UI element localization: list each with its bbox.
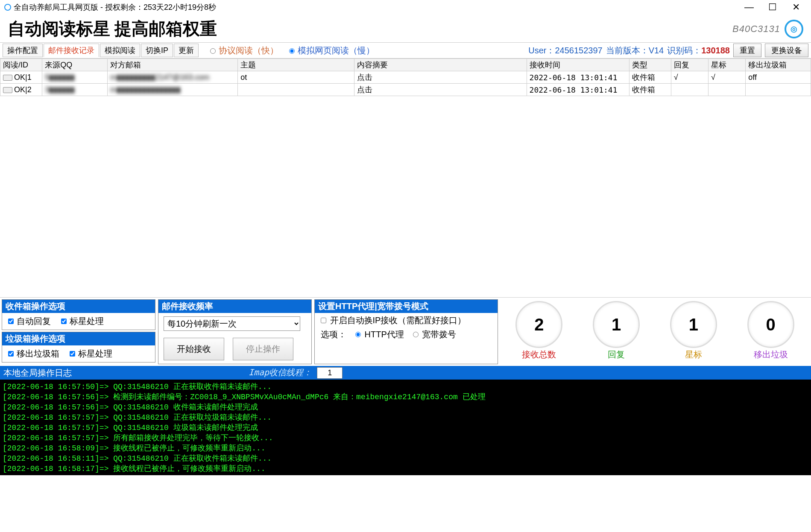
tab-bar: 操作配置邮件接收记录模拟阅读切换IP更新 协议阅读（快） 模拟网页阅读（慢） U… xyxy=(0,42,811,58)
banner: 自动阅读标星 提高邮箱权重 B40C3131 ◎ xyxy=(0,15,811,42)
app-icon xyxy=(4,4,11,11)
title-bar: 全自动养邮局工具网页版 - 授权剩余：253天22小时19分8秒 — ☐ ✕ xyxy=(0,0,811,15)
log-header: 本地全局操作日志 Imap收信线程： xyxy=(0,366,811,380)
col-header[interactable]: 接收时间 xyxy=(527,59,629,71)
col-header[interactable]: 移出垃圾箱 xyxy=(746,59,811,71)
tab-4[interactable]: 更新 xyxy=(174,44,199,57)
move-out-trash-checkbox[interactable]: 移出垃圾箱 xyxy=(6,348,59,360)
logo-icon: ◎ xyxy=(785,20,803,38)
table-row[interactable]: OK|15▮▮▮▮▮▮m▮▮▮▮▮▮▮▮▮2147@163.comot点击 20… xyxy=(0,71,811,84)
table-row[interactable]: OK|23▮▮▮▮▮▮m▮▮▮▮▮▮▮▮▮▮▮▮▮▮▮点击 2022-06-18… xyxy=(0,84,811,96)
col-header[interactable]: 对方邮箱 xyxy=(107,59,237,71)
start-receive-button[interactable]: 开始接收 xyxy=(164,338,224,360)
trash-options-panel: 垃圾箱操作选项 移出垃圾箱 标星处理 xyxy=(2,332,155,362)
mail-icon xyxy=(3,87,12,93)
proxy-panel: 设置HTTP代理|宽带拨号模式 开启自动换IP接收（需配置好接口） 选项： HT… xyxy=(314,299,498,364)
col-header[interactable]: 星标 xyxy=(708,59,745,71)
inbox-options-panel: 收件箱操作选项 自动回复 标星处理 xyxy=(2,299,155,330)
read-mode-slow[interactable]: 模拟网页阅读（慢） xyxy=(287,45,375,56)
tab-3[interactable]: 切换IP xyxy=(141,44,173,57)
imap-thread-input[interactable] xyxy=(317,367,343,379)
mail-icon xyxy=(3,75,12,81)
window-title: 全自动养邮局工具网页版 - 授权剩余：253天22小时19分8秒 xyxy=(14,2,216,12)
log-console: [2022-06-18 16:57:50]=> QQ:315486210 正在获… xyxy=(0,380,811,475)
maximize-button[interactable]: ☐ xyxy=(762,2,783,13)
frequency-panel: 邮件接收频率 每10分钟刷新一次 开始接收 停止操作 xyxy=(158,299,312,364)
col-header[interactable]: 类型 xyxy=(629,59,671,71)
col-header[interactable]: 回复 xyxy=(671,59,708,71)
frequency-select[interactable]: 每10分钟刷新一次 xyxy=(164,316,300,331)
reset-button[interactable]: 重置 xyxy=(733,44,761,57)
auto-reply-checkbox[interactable]: 自动回复 xyxy=(6,316,51,327)
tab-1[interactable]: 邮件接收记录 xyxy=(44,44,99,57)
proxy-http-radio[interactable]: HTTP代理 xyxy=(353,329,404,340)
stop-button[interactable]: 停止操作 xyxy=(233,338,293,360)
proxy-dial-radio[interactable]: 宽带拨号 xyxy=(411,329,457,340)
banner-title: 自动阅读标星 提高邮箱权重 xyxy=(8,17,217,41)
tab-2[interactable]: 模拟阅读 xyxy=(100,44,140,57)
machine-code: B40C3131 xyxy=(732,23,780,35)
mail-table: 阅读/ID来源QQ对方邮箱主题内容摘要接收时间类型回复星标移出垃圾箱 OK|15… xyxy=(0,58,811,96)
swap-device-button[interactable]: 更换设备 xyxy=(765,44,808,57)
close-button[interactable]: ✕ xyxy=(785,2,807,13)
tab-0[interactable]: 操作配置 xyxy=(3,44,43,57)
col-header[interactable]: 阅读/ID xyxy=(0,59,42,71)
col-header[interactable]: 来源QQ xyxy=(42,59,108,71)
star-inbox-checkbox[interactable]: 标星处理 xyxy=(59,316,104,327)
stats-gauges: 2接收总数1回复1星标0移出垃圾 xyxy=(501,299,809,364)
minimize-button[interactable]: — xyxy=(738,2,760,13)
gauge-purple: 0移出垃圾 xyxy=(747,301,794,362)
col-header[interactable]: 内容摘要 xyxy=(354,59,527,71)
gauge-green: 1回复 xyxy=(593,301,640,362)
star-trash-checkbox[interactable]: 标星处理 xyxy=(68,348,112,360)
gauge-red: 2接收总数 xyxy=(515,301,562,362)
col-header[interactable]: 主题 xyxy=(238,59,354,71)
auto-ip-checkbox[interactable]: 开启自动换IP接收（需配置好接口） xyxy=(319,316,466,325)
read-mode-fast[interactable]: 协议阅读（快） xyxy=(208,45,278,56)
gauge-tan: 1星标 xyxy=(670,301,717,362)
